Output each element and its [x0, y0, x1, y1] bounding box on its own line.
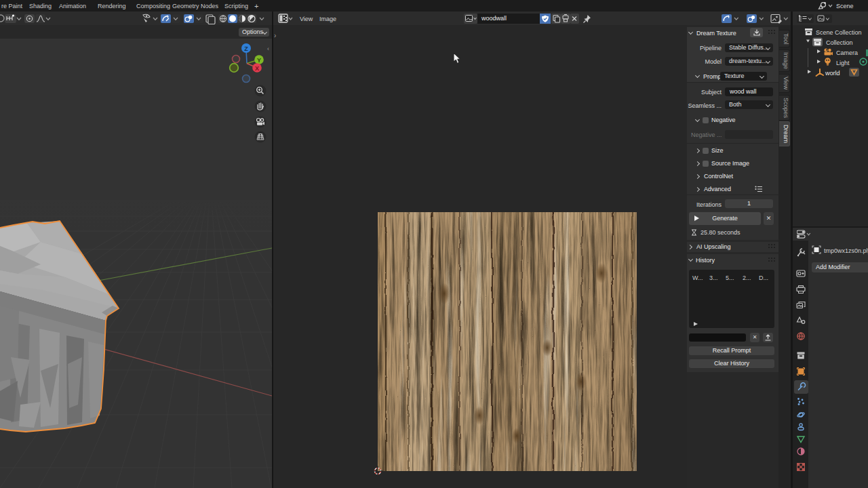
- svg-text:Y: Y: [257, 57, 261, 64]
- svg-text:Z: Z: [244, 45, 248, 52]
- svg-text:X: X: [255, 65, 259, 72]
